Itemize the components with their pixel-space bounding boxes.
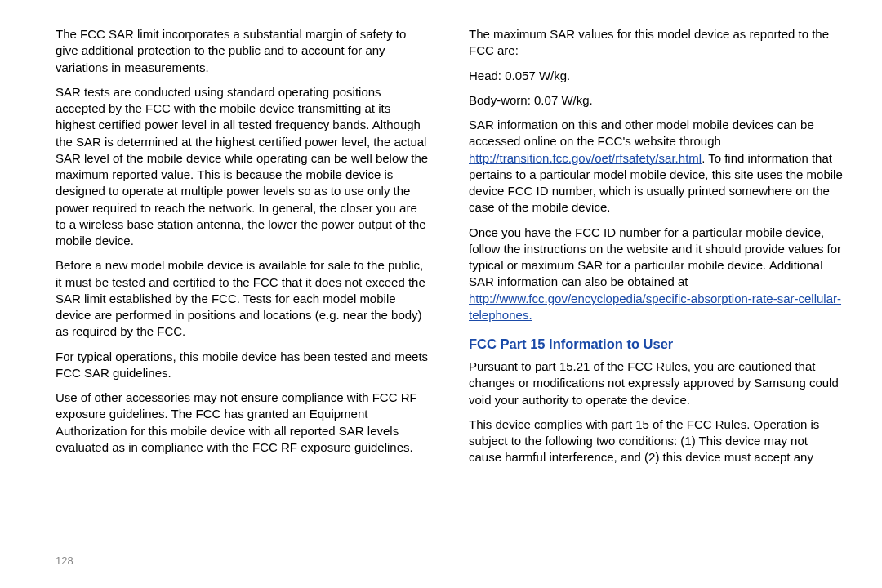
- fcc-sar-link[interactable]: http://transition.fcc.gov/oet/rfsafety/s…: [469, 151, 702, 165]
- body-text: SAR information on this and other model …: [469, 117, 843, 216]
- body-text: SAR tests are conducted using standard o…: [56, 84, 430, 250]
- right-column: The maximum SAR values for this model de…: [449, 26, 843, 572]
- section-heading-fcc-part-15: FCC Part 15 Information to User: [469, 336, 843, 352]
- body-text-span: SAR information on this and other model …: [469, 118, 814, 148]
- page-number: 128: [56, 555, 74, 567]
- body-text: For typical operations, this mobile devi…: [56, 349, 430, 382]
- body-text: This device complies with part 15 of the…: [469, 416, 843, 466]
- body-text: Pursuant to part 15.21 of the FCC Rules,…: [469, 359, 843, 408]
- body-text-span: Once you have the FCC ID number for a pa…: [469, 225, 841, 289]
- body-text: Once you have the FCC ID number for a pa…: [469, 225, 843, 324]
- fcc-encyclopedia-link[interactable]: http://www.fcc.gov/encyclopedia/specific…: [469, 292, 841, 322]
- body-text: Body-worn: 0.07 W/kg.: [469, 92, 843, 109]
- body-text: Head: 0.057 W/kg.: [469, 68, 843, 84]
- body-text: The FCC SAR limit incorporates a substan…: [56, 26, 430, 76]
- document-page: The FCC SAR limit incorporates a substan…: [0, 0, 882, 588]
- body-text: The maximum SAR values for this model de…: [469, 26, 843, 60]
- body-text: Use of other accessories may not ensure …: [56, 390, 430, 456]
- body-text: Before a new model mobile device is avai…: [56, 257, 430, 340]
- left-column: The FCC SAR limit incorporates a substan…: [56, 26, 449, 572]
